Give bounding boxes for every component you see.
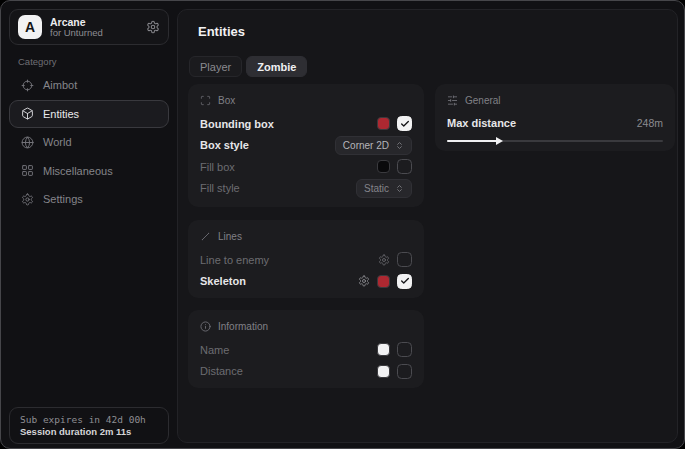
sidebar-nav: Aimbot Entities World Miscellaneous Sett… <box>9 71 169 214</box>
setting-row-line-to-enemy: Line to enemy <box>200 249 412 271</box>
color-swatch[interactable] <box>377 365 390 378</box>
box-style-select[interactable]: Corner 2D <box>335 136 412 155</box>
max-distance-value: 248m <box>637 117 663 129</box>
sidebar-item-label: World <box>43 136 72 148</box>
session-duration-text: Session duration 2m 11s <box>20 426 158 437</box>
brand-card: A Arcane for Unturned <box>9 9 169 45</box>
fill-style-select[interactable]: Static <box>356 179 412 198</box>
card-title: General <box>465 95 501 106</box>
sidebar-item-label: Settings <box>43 193 83 205</box>
setting-row-name: Name <box>200 339 412 361</box>
globe-icon <box>21 136 34 149</box>
setting-row-fill-style: Fill style Static <box>200 178 412 200</box>
line-icon <box>200 231 211 242</box>
card-title: Box <box>218 95 235 106</box>
main-panel: Entities Player Zombie Box Bounding box <box>177 9 678 443</box>
sidebar-item-settings[interactable]: Settings <box>9 185 169 214</box>
page-title: Entities <box>198 24 245 39</box>
box-card: Box Bounding box Box style Corner 2D Fil… <box>188 84 424 207</box>
max-distance-slider[interactable] <box>447 140 663 142</box>
tab-player[interactable]: Player <box>189 56 242 77</box>
grid-icon <box>21 164 34 177</box>
line-to-enemy-checkbox[interactable] <box>397 252 412 267</box>
gear-icon[interactable] <box>146 20 160 34</box>
chevrons-up-down-icon <box>395 141 404 150</box>
information-card: Information Name Distance <box>188 310 424 388</box>
chevrons-up-down-icon <box>395 184 404 193</box>
sidebar-item-world[interactable]: World <box>9 128 169 157</box>
gear-icon <box>21 193 34 206</box>
app-window: A Arcane for Unturned Category Aimbot En… <box>0 0 685 449</box>
skeleton-checkbox[interactable] <box>397 274 412 289</box>
setting-row-max-distance: Max distance 248m <box>447 113 663 133</box>
setting-row-bounding-box: Bounding box <box>200 113 412 135</box>
name-checkbox[interactable] <box>397 342 412 357</box>
sidebar: A Arcane for Unturned Category Aimbot En… <box>1 1 177 448</box>
setting-row-distance: Distance <box>200 361 412 383</box>
sidebar-item-aimbot[interactable]: Aimbot <box>9 71 169 100</box>
crosshair-icon <box>21 79 34 92</box>
setting-row-fill-box: Fill box <box>200 156 412 178</box>
gear-icon[interactable] <box>378 254 390 266</box>
color-swatch[interactable] <box>377 117 390 130</box>
setting-row-box-style: Box style Corner 2D <box>200 135 412 157</box>
subscription-card: Sub expires in 42d 00h Session duration … <box>9 407 169 444</box>
tab-bar: Player Zombie <box>189 56 307 77</box>
color-swatch[interactable] <box>377 343 390 356</box>
fill-box-checkbox[interactable] <box>397 159 412 174</box>
tab-zombie[interactable]: Zombie <box>246 56 307 77</box>
sidebar-item-label: Miscellaneous <box>43 165 113 177</box>
setting-row-skeleton: Skeleton <box>200 271 412 293</box>
category-label: Category <box>18 56 57 67</box>
gear-icon[interactable] <box>358 275 370 287</box>
app-name: Arcane <box>50 16 138 28</box>
distance-checkbox[interactable] <box>397 364 412 379</box>
box-icon <box>21 107 34 120</box>
bounding-box-checkbox[interactable] <box>397 116 412 131</box>
sliders-icon <box>447 95 458 106</box>
sidebar-item-label: Aimbot <box>43 79 77 91</box>
card-title: Information <box>218 321 268 332</box>
color-swatch[interactable] <box>377 275 390 288</box>
color-swatch[interactable] <box>377 160 390 173</box>
scan-icon <box>200 95 211 106</box>
app-subtitle: for Unturned <box>50 28 138 39</box>
sidebar-item-miscellaneous[interactable]: Miscellaneous <box>9 157 169 186</box>
slider-fill <box>447 140 501 142</box>
sidebar-item-entities[interactable]: Entities <box>9 100 169 129</box>
sidebar-item-label: Entities <box>43 108 79 120</box>
card-title: Lines <box>218 231 242 242</box>
slider-thumb[interactable] <box>496 137 503 145</box>
sub-expiry-text: Sub expires in 42d 00h <box>20 414 158 425</box>
lines-card: Lines Line to enemy Skeleton <box>188 220 424 298</box>
info-icon <box>200 321 211 332</box>
general-card: General Max distance 248m <box>435 84 675 151</box>
app-logo: A <box>18 15 42 39</box>
